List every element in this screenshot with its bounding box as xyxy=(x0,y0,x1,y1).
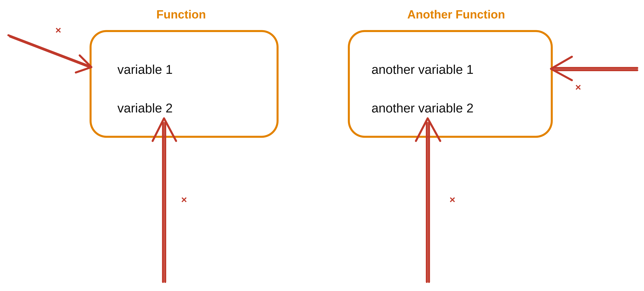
diagram-canvas: Function variable 1 variable 2 × × Anoth… xyxy=(0,0,644,291)
right-variable-1: another variable 1 xyxy=(372,62,474,77)
left-x-mark-1: × xyxy=(55,25,61,36)
left-function-box xyxy=(90,31,278,137)
right-arrow-to-var2 xyxy=(416,118,440,282)
left-arrow-to-var1 xyxy=(8,35,92,73)
right-x-mark-1: × xyxy=(575,82,581,93)
left-variable-1: variable 1 xyxy=(118,62,173,77)
left-arrow-to-var2 xyxy=(152,118,176,282)
left-variable-2: variable 2 xyxy=(118,101,173,115)
right-x-mark-2: × xyxy=(450,194,455,205)
left-x-mark-2: × xyxy=(181,194,187,205)
right-arrow-to-var1 xyxy=(551,57,637,80)
right-title: Another Function xyxy=(407,8,505,21)
right-variable-2: another variable 2 xyxy=(372,101,474,115)
right-function-box xyxy=(349,31,552,137)
svg-line-1 xyxy=(10,37,90,67)
left-title: Function xyxy=(156,8,206,21)
